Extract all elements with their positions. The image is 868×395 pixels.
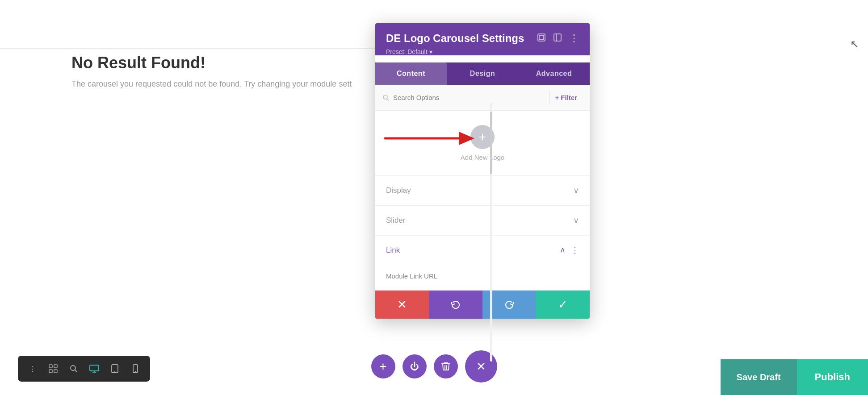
panel-icon-more[interactable]: ⋮ (569, 33, 579, 44)
page-title: No Result Found! (71, 54, 352, 72)
panel-cancel-button[interactable]: ✕ (375, 291, 429, 319)
search-icon (382, 94, 390, 101)
add-logo-section: + Add New Logo (375, 111, 590, 176)
toolbar-desktop[interactable] (86, 360, 103, 377)
display-title: Display (386, 186, 411, 195)
page-subtitle: The carousel you requested could not be … (71, 79, 352, 89)
toolbar-layout[interactable] (45, 360, 62, 377)
module-link-url-label: Module Link URL (386, 272, 579, 280)
svg-rect-6 (90, 365, 99, 371)
bottom-center-buttons: + ⏻ ✕ (371, 350, 497, 383)
settings-panel: DE Logo Carousel Settings (375, 23, 590, 319)
tab-advanced[interactable]: Advanced (518, 62, 590, 85)
display-chevron-icon: ∨ (573, 186, 579, 195)
top-rule (0, 48, 375, 49)
toolbar-mobile[interactable] (127, 360, 144, 377)
slider-chevron-icon: ∨ (573, 216, 579, 225)
filter-button[interactable]: + Filter (549, 91, 583, 104)
display-accordion: Display ∨ (375, 176, 590, 206)
slider-accordion-header[interactable]: Slider ∨ (375, 206, 590, 235)
svg-rect-0 (49, 365, 52, 368)
panel-search-bar: + Filter (375, 85, 590, 111)
svg-point-10 (114, 371, 115, 372)
toolbar-more-options[interactable]: ⋮ (24, 360, 41, 377)
link-title: Link (386, 246, 400, 255)
add-item-button[interactable]: + (371, 354, 395, 378)
delete-button[interactable] (434, 354, 458, 378)
link-chevron-up-icon: ∨ (560, 245, 566, 255)
bottom-toolbar: ⋮ (18, 356, 150, 382)
tab-design[interactable]: Design (447, 62, 518, 85)
canvas-area: No Result Found! The carousel you reques… (0, 0, 868, 395)
svg-rect-2 (49, 370, 52, 373)
panel-header-top: DE Logo Carousel Settings (386, 32, 579, 45)
svg-rect-1 (54, 365, 57, 368)
publish-button[interactable]: Publish (797, 359, 868, 395)
panel-icon-sidebar[interactable] (553, 33, 562, 44)
panel-scrollbar-track (490, 103, 492, 362)
search-options-input[interactable] (390, 92, 549, 103)
svg-rect-3 (54, 370, 57, 373)
bottom-right-actions: Save Draft Publish (721, 359, 868, 395)
panel-header: DE Logo Carousel Settings (375, 23, 590, 55)
mouse-cursor: ↖ (850, 38, 859, 50)
panel-title: DE Logo Carousel Settings (386, 32, 524, 45)
panel-body: + Add New Logo Display ∨ Slider ∨ (375, 111, 590, 290)
slider-accordion: Slider ∨ (375, 206, 590, 236)
display-accordion-header[interactable]: Display ∨ (375, 176, 590, 205)
panel-undo-button[interactable] (429, 291, 482, 319)
svg-point-12 (135, 371, 136, 372)
toolbar-tablet[interactable] (106, 360, 123, 377)
add-logo-label: Add New Logo (461, 154, 504, 161)
save-draft-button[interactable]: Save Draft (721, 359, 797, 395)
svg-line-18 (387, 99, 389, 100)
power-button[interactable]: ⏻ (403, 354, 427, 378)
panel-scrollbar-thumb[interactable] (490, 112, 492, 174)
link-more-icon[interactable]: ⋮ (571, 245, 579, 255)
panel-header-icons: ⋮ (537, 33, 579, 44)
slider-title: Slider (386, 216, 405, 225)
panel-tabs: Content Design Advanced (375, 62, 590, 85)
svg-line-5 (75, 370, 77, 372)
panel-icon-fullscreen[interactable] (537, 33, 546, 44)
svg-rect-14 (539, 35, 544, 40)
main-content: No Result Found! The carousel you reques… (71, 54, 352, 89)
panel-confirm-button[interactable]: ✓ (536, 291, 590, 319)
toolbar-search[interactable] (65, 360, 82, 377)
panel-action-bar: ✕ ✓ (375, 290, 590, 319)
module-link-url-section: Module Link URL (375, 265, 590, 290)
link-accordion-header[interactable]: Link ∨ ⋮ (375, 236, 590, 265)
svg-rect-15 (554, 34, 561, 41)
tab-content[interactable]: Content (375, 62, 447, 85)
panel-preset[interactable]: Preset: Default ▾ (386, 48, 579, 55)
link-accordion-actions: ∨ ⋮ (560, 245, 579, 255)
link-accordion: Link ∨ ⋮ Module Link URL (375, 236, 590, 290)
